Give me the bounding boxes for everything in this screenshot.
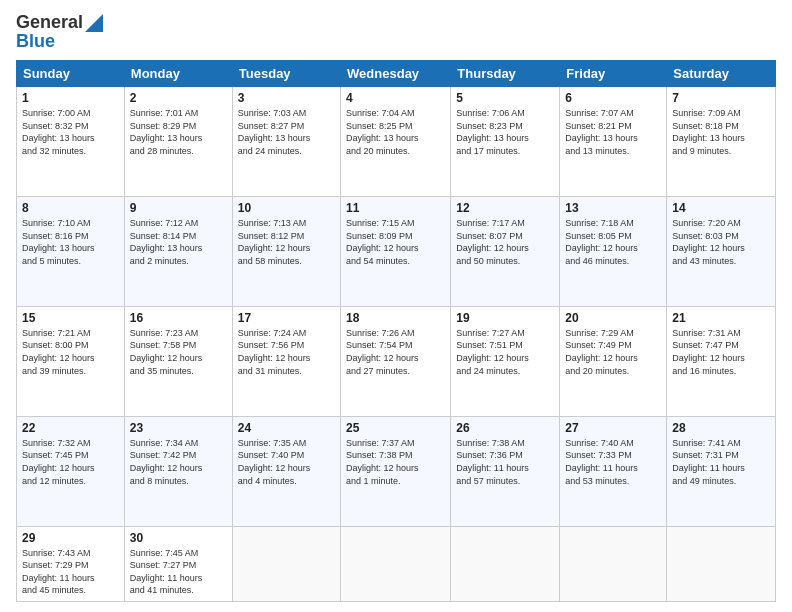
day-content: Sunrise: 7:03 AM Sunset: 8:27 PM Dayligh…	[238, 107, 335, 157]
day-cell: 7Sunrise: 7:09 AM Sunset: 8:18 PM Daylig…	[667, 87, 776, 197]
day-number: 24	[238, 421, 335, 435]
day-cell: 13Sunrise: 7:18 AM Sunset: 8:05 PM Dayli…	[560, 196, 667, 306]
day-cell: 12Sunrise: 7:17 AM Sunset: 8:07 PM Dayli…	[451, 196, 560, 306]
day-content: Sunrise: 7:31 AM Sunset: 7:47 PM Dayligh…	[672, 327, 770, 377]
day-number: 25	[346, 421, 445, 435]
day-cell: 17Sunrise: 7:24 AM Sunset: 7:56 PM Dayli…	[232, 306, 340, 416]
day-content: Sunrise: 7:17 AM Sunset: 8:07 PM Dayligh…	[456, 217, 554, 267]
day-cell	[667, 526, 776, 601]
day-number: 12	[456, 201, 554, 215]
day-number: 4	[346, 91, 445, 105]
logo: General	[16, 12, 103, 33]
day-content: Sunrise: 7:38 AM Sunset: 7:36 PM Dayligh…	[456, 437, 554, 487]
col-header-monday: Monday	[124, 61, 232, 87]
day-cell: 1Sunrise: 7:00 AM Sunset: 8:32 PM Daylig…	[17, 87, 125, 197]
day-content: Sunrise: 7:01 AM Sunset: 8:29 PM Dayligh…	[130, 107, 227, 157]
day-number: 10	[238, 201, 335, 215]
day-content: Sunrise: 7:12 AM Sunset: 8:14 PM Dayligh…	[130, 217, 227, 267]
day-cell: 2Sunrise: 7:01 AM Sunset: 8:29 PM Daylig…	[124, 87, 232, 197]
day-cell: 14Sunrise: 7:20 AM Sunset: 8:03 PM Dayli…	[667, 196, 776, 306]
logo-triangle-icon	[85, 14, 103, 32]
day-number: 22	[22, 421, 119, 435]
page: General Blue SundayMondayTuesdayWednesda…	[0, 0, 792, 612]
day-cell: 8Sunrise: 7:10 AM Sunset: 8:16 PM Daylig…	[17, 196, 125, 306]
logo-area: General Blue	[16, 12, 103, 52]
day-cell: 6Sunrise: 7:07 AM Sunset: 8:21 PM Daylig…	[560, 87, 667, 197]
day-content: Sunrise: 7:09 AM Sunset: 8:18 PM Dayligh…	[672, 107, 770, 157]
day-content: Sunrise: 7:40 AM Sunset: 7:33 PM Dayligh…	[565, 437, 661, 487]
day-cell: 22Sunrise: 7:32 AM Sunset: 7:45 PM Dayli…	[17, 416, 125, 526]
day-cell: 18Sunrise: 7:26 AM Sunset: 7:54 PM Dayli…	[341, 306, 451, 416]
day-number: 3	[238, 91, 335, 105]
day-content: Sunrise: 7:06 AM Sunset: 8:23 PM Dayligh…	[456, 107, 554, 157]
day-cell: 29Sunrise: 7:43 AM Sunset: 7:29 PM Dayli…	[17, 526, 125, 601]
day-content: Sunrise: 7:26 AM Sunset: 7:54 PM Dayligh…	[346, 327, 445, 377]
day-cell	[232, 526, 340, 601]
day-number: 20	[565, 311, 661, 325]
day-cell	[341, 526, 451, 601]
day-cell: 3Sunrise: 7:03 AM Sunset: 8:27 PM Daylig…	[232, 87, 340, 197]
header-row: SundayMondayTuesdayWednesdayThursdayFrid…	[17, 61, 776, 87]
day-cell: 16Sunrise: 7:23 AM Sunset: 7:58 PM Dayli…	[124, 306, 232, 416]
day-content: Sunrise: 7:13 AM Sunset: 8:12 PM Dayligh…	[238, 217, 335, 267]
header: General Blue	[16, 12, 776, 52]
day-content: Sunrise: 7:45 AM Sunset: 7:27 PM Dayligh…	[130, 547, 227, 597]
day-content: Sunrise: 7:34 AM Sunset: 7:42 PM Dayligh…	[130, 437, 227, 487]
day-content: Sunrise: 7:32 AM Sunset: 7:45 PM Dayligh…	[22, 437, 119, 487]
day-number: 23	[130, 421, 227, 435]
day-cell: 19Sunrise: 7:27 AM Sunset: 7:51 PM Dayli…	[451, 306, 560, 416]
day-cell: 9Sunrise: 7:12 AM Sunset: 8:14 PM Daylig…	[124, 196, 232, 306]
day-content: Sunrise: 7:07 AM Sunset: 8:21 PM Dayligh…	[565, 107, 661, 157]
day-cell: 10Sunrise: 7:13 AM Sunset: 8:12 PM Dayli…	[232, 196, 340, 306]
day-cell: 27Sunrise: 7:40 AM Sunset: 7:33 PM Dayli…	[560, 416, 667, 526]
day-cell: 25Sunrise: 7:37 AM Sunset: 7:38 PM Dayli…	[341, 416, 451, 526]
day-cell: 5Sunrise: 7:06 AM Sunset: 8:23 PM Daylig…	[451, 87, 560, 197]
day-number: 7	[672, 91, 770, 105]
week-row-5: 29Sunrise: 7:43 AM Sunset: 7:29 PM Dayli…	[17, 526, 776, 601]
logo-general-text: General	[16, 12, 83, 33]
col-header-wednesday: Wednesday	[341, 61, 451, 87]
day-content: Sunrise: 7:20 AM Sunset: 8:03 PM Dayligh…	[672, 217, 770, 267]
day-cell: 11Sunrise: 7:15 AM Sunset: 8:09 PM Dayli…	[341, 196, 451, 306]
day-cell: 30Sunrise: 7:45 AM Sunset: 7:27 PM Dayli…	[124, 526, 232, 601]
day-number: 17	[238, 311, 335, 325]
day-number: 18	[346, 311, 445, 325]
day-number: 8	[22, 201, 119, 215]
day-number: 21	[672, 311, 770, 325]
day-cell: 4Sunrise: 7:04 AM Sunset: 8:25 PM Daylig…	[341, 87, 451, 197]
day-content: Sunrise: 7:00 AM Sunset: 8:32 PM Dayligh…	[22, 107, 119, 157]
day-content: Sunrise: 7:10 AM Sunset: 8:16 PM Dayligh…	[22, 217, 119, 267]
day-cell: 21Sunrise: 7:31 AM Sunset: 7:47 PM Dayli…	[667, 306, 776, 416]
day-number: 5	[456, 91, 554, 105]
day-cell	[560, 526, 667, 601]
day-number: 16	[130, 311, 227, 325]
day-content: Sunrise: 7:15 AM Sunset: 8:09 PM Dayligh…	[346, 217, 445, 267]
week-row-3: 15Sunrise: 7:21 AM Sunset: 8:00 PM Dayli…	[17, 306, 776, 416]
day-content: Sunrise: 7:41 AM Sunset: 7:31 PM Dayligh…	[672, 437, 770, 487]
day-cell: 24Sunrise: 7:35 AM Sunset: 7:40 PM Dayli…	[232, 416, 340, 526]
calendar-table: SundayMondayTuesdayWednesdayThursdayFrid…	[16, 60, 776, 602]
week-row-1: 1Sunrise: 7:00 AM Sunset: 8:32 PM Daylig…	[17, 87, 776, 197]
day-number: 19	[456, 311, 554, 325]
svg-marker-0	[85, 14, 103, 32]
day-number: 28	[672, 421, 770, 435]
day-content: Sunrise: 7:43 AM Sunset: 7:29 PM Dayligh…	[22, 547, 119, 597]
day-cell: 20Sunrise: 7:29 AM Sunset: 7:49 PM Dayli…	[560, 306, 667, 416]
day-content: Sunrise: 7:29 AM Sunset: 7:49 PM Dayligh…	[565, 327, 661, 377]
day-content: Sunrise: 7:37 AM Sunset: 7:38 PM Dayligh…	[346, 437, 445, 487]
col-header-saturday: Saturday	[667, 61, 776, 87]
day-content: Sunrise: 7:35 AM Sunset: 7:40 PM Dayligh…	[238, 437, 335, 487]
col-header-sunday: Sunday	[17, 61, 125, 87]
day-number: 15	[22, 311, 119, 325]
day-number: 26	[456, 421, 554, 435]
day-content: Sunrise: 7:27 AM Sunset: 7:51 PM Dayligh…	[456, 327, 554, 377]
day-number: 30	[130, 531, 227, 545]
day-cell	[451, 526, 560, 601]
day-content: Sunrise: 7:21 AM Sunset: 8:00 PM Dayligh…	[22, 327, 119, 377]
day-number: 2	[130, 91, 227, 105]
day-number: 6	[565, 91, 661, 105]
day-number: 14	[672, 201, 770, 215]
day-content: Sunrise: 7:04 AM Sunset: 8:25 PM Dayligh…	[346, 107, 445, 157]
day-number: 9	[130, 201, 227, 215]
day-cell: 28Sunrise: 7:41 AM Sunset: 7:31 PM Dayli…	[667, 416, 776, 526]
